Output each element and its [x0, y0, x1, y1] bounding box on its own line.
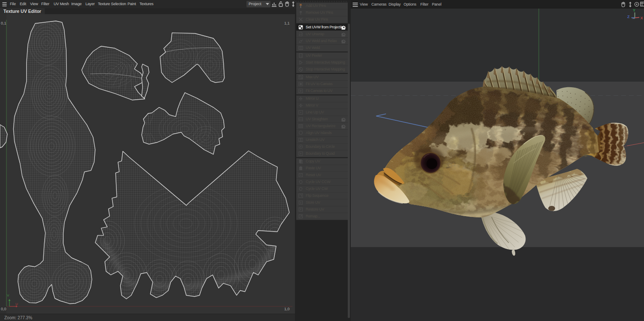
svg-text:U: U [15, 302, 18, 306]
svg-text:0,0: 0,0 [1, 307, 6, 311]
svg-text:Z: Z [627, 15, 630, 19]
svg-text:1,0: 1,0 [284, 307, 290, 311]
svg-text:X: X [641, 16, 643, 20]
svg-text:1,1: 1,1 [284, 21, 290, 25]
svg-text:0,1: 0,1 [1, 21, 6, 25]
svg-text:V: V [7, 293, 9, 297]
svg-text:Y: Y [633, 9, 635, 12]
